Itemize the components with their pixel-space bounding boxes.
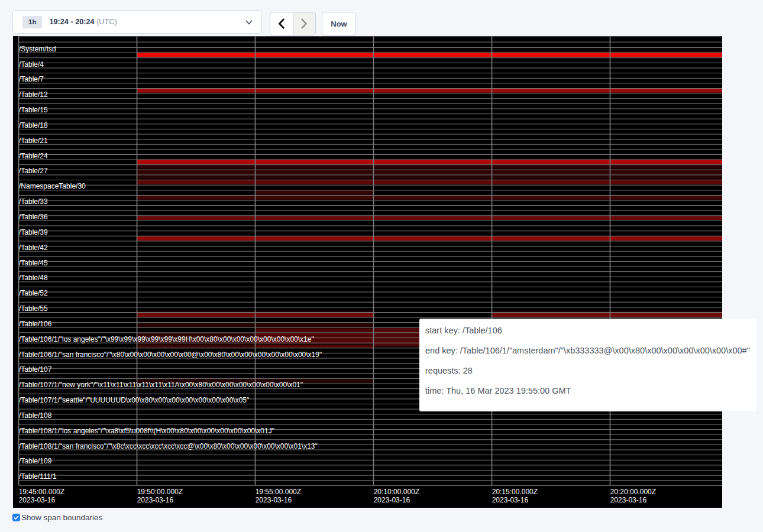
svg-text:/Table/27: /Table/27 bbox=[19, 167, 48, 175]
svg-text:2023-03-16: 2023-03-16 bbox=[137, 496, 174, 504]
svg-text:/System/tsd: /System/tsd bbox=[19, 45, 56, 53]
svg-text:/Table/106: /Table/106 bbox=[19, 320, 52, 328]
svg-text:20:15:00.000Z: 20:15:00.000Z bbox=[492, 488, 538, 496]
svg-text:/Table/108: /Table/108 bbox=[19, 411, 52, 420]
svg-text:/Table/108/1/"los angeles"/"\x: /Table/108/1/"los angeles"/"\xa8\xf5\u00… bbox=[19, 427, 274, 435]
svg-text:2023-03-16: 2023-03-16 bbox=[492, 496, 529, 504]
svg-text:/Table/7: /Table/7 bbox=[19, 75, 44, 83]
svg-text:/Table/109: /Table/109 bbox=[19, 457, 52, 465]
svg-text:/Table/55: /Table/55 bbox=[19, 304, 48, 313]
svg-text:/Table/107/1/"new york"/"\x11\: /Table/107/1/"new york"/"\x11\x11\x11\x1… bbox=[19, 381, 303, 389]
svg-text:19:55:00.000Z: 19:55:00.000Z bbox=[256, 488, 301, 496]
svg-text:/Table/52: /Table/52 bbox=[19, 289, 48, 297]
svg-text:2023-03-16: 2023-03-16 bbox=[374, 496, 410, 504]
svg-text:2023-03-16: 2023-03-16 bbox=[256, 496, 292, 504]
svg-text:/Table/48: /Table/48 bbox=[19, 274, 48, 282]
svg-text:/Table/106/1/"los angeles"/"\x: /Table/106/1/"los angeles"/"\x99\x99\x99… bbox=[19, 335, 314, 343]
svg-text:2023-03-16: 2023-03-16 bbox=[610, 496, 647, 504]
svg-text:/Table/39: /Table/39 bbox=[19, 228, 48, 236]
svg-text:/Table/107: /Table/107 bbox=[19, 365, 52, 374]
svg-text:19:50:00.000Z: 19:50:00.000Z bbox=[137, 488, 183, 496]
svg-text:/Table/24: /Table/24 bbox=[19, 152, 48, 160]
svg-text:/NamespaceTable/30: /NamespaceTable/30 bbox=[19, 182, 86, 190]
svg-text:/Table/107/1/"seattle"/"UUUUUU: /Table/107/1/"seattle"/"UUUUUUD\x00\x80\… bbox=[19, 396, 249, 404]
svg-text:/Table/12: /Table/12 bbox=[19, 90, 48, 99]
svg-text:/Table/18: /Table/18 bbox=[19, 121, 48, 129]
svg-text:19:45:00.000Z: 19:45:00.000Z bbox=[19, 488, 64, 496]
svg-text:/Table/21: /Table/21 bbox=[19, 137, 48, 145]
svg-text:/Table/15: /Table/15 bbox=[19, 106, 48, 114]
svg-text:/Table/36: /Table/36 bbox=[19, 213, 48, 221]
svg-text:/Table/106/1/"san francisco"/": /Table/106/1/"san francisco"/"\x80\x00\x… bbox=[19, 351, 322, 359]
svg-text:/Table/111/1: /Table/111/1 bbox=[19, 472, 57, 481]
svg-text:20:10:00.000Z: 20:10:00.000Z bbox=[374, 488, 419, 496]
svg-text:2023-03-16: 2023-03-16 bbox=[19, 496, 56, 504]
svg-text:/Table/33: /Table/33 bbox=[19, 197, 48, 206]
svg-text:/Table/42: /Table/42 bbox=[19, 244, 48, 252]
svg-text:/Table/108/1/"san francisco"/": /Table/108/1/"san francisco"/"\x8c\xcc\x… bbox=[19, 442, 318, 450]
svg-text:/Table/45: /Table/45 bbox=[19, 259, 48, 267]
svg-text:20:20:00.000Z: 20:20:00.000Z bbox=[610, 488, 656, 496]
svg-text:/Table/4: /Table/4 bbox=[19, 60, 44, 69]
